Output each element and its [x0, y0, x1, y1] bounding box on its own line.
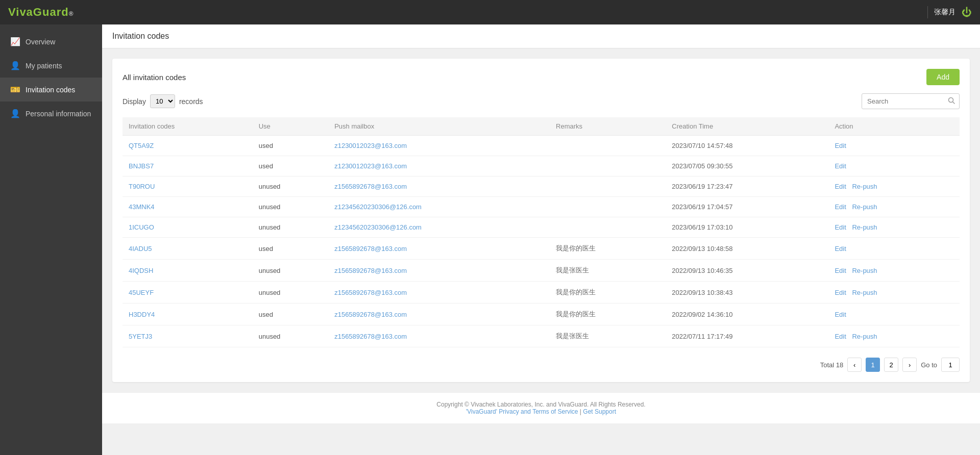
- next-page-button[interactable]: ›: [902, 358, 917, 372]
- sidebar-label-invitation-codes: Invitation codes: [26, 86, 75, 94]
- support-link[interactable]: Get Support: [583, 408, 616, 415]
- action-repush-link[interactable]: Re-push: [852, 203, 877, 211]
- cell-code: BNJBS7: [122, 156, 253, 176]
- action-edit-link[interactable]: Edit: [835, 333, 846, 340]
- content-area: Invitation codes All invitation codes Ad…: [102, 24, 980, 455]
- sidebar-label-personal-information: Personal information: [26, 110, 91, 118]
- cell-time: 2022/09/02 14:36:10: [666, 304, 828, 325]
- cell-action: Edit: [828, 238, 960, 260]
- card-title: All invitation codes: [122, 73, 186, 82]
- action-edit-link[interactable]: Edit: [835, 223, 846, 231]
- cell-code: 43MNK4: [122, 197, 253, 217]
- action-edit-link[interactable]: Edit: [835, 203, 846, 211]
- main-layout: 📈 Overview 👤 My patients 🎫 Invitation co…: [0, 24, 980, 455]
- cell-code: T90ROU: [122, 176, 253, 197]
- table-row: 4IQDSH unused z1565892678@163.com 我是张医生 …: [122, 260, 960, 282]
- prev-page-button[interactable]: ‹: [847, 358, 862, 372]
- cell-email: z1565892678@163.com: [328, 260, 550, 282]
- cell-remarks: 我是张医生: [550, 325, 666, 347]
- cell-email: z1230012023@163.com: [328, 156, 550, 176]
- action-edit-link[interactable]: Edit: [835, 162, 846, 170]
- sidebar-item-personal-information[interactable]: 👤 Personal information: [0, 102, 102, 125]
- topbar: VivaGuard® 张馨月 ⏻: [0, 0, 980, 24]
- action-repush-link[interactable]: Re-push: [852, 183, 877, 190]
- goto-input[interactable]: [941, 358, 960, 372]
- cell-remarks: [550, 136, 666, 156]
- cell-action: Edit: [828, 304, 960, 325]
- cell-use: unused: [253, 325, 328, 347]
- search-input[interactable]: [862, 94, 944, 108]
- add-button[interactable]: Add: [926, 69, 960, 85]
- page-header: Invitation codes: [102, 24, 980, 48]
- cell-use: used: [253, 238, 328, 260]
- cell-use: unused: [253, 217, 328, 238]
- search-box: [862, 93, 960, 109]
- cell-email: z1565892678@163.com: [328, 238, 550, 260]
- cell-remarks: [550, 156, 666, 176]
- cell-remarks: [550, 197, 666, 217]
- toolbar: Display 10 20 50 records: [122, 93, 960, 109]
- cell-use: unused: [253, 197, 328, 217]
- table-row: T90ROU unused z1565892678@163.com 2023/0…: [122, 176, 960, 197]
- cell-time: 2023/07/10 14:57:48: [666, 136, 828, 156]
- cell-code: 4IQDSH: [122, 260, 253, 282]
- table-row: 45UEYF unused z1565892678@163.com 我是你的医生…: [122, 282, 960, 304]
- table-row: QT5A9Z used z1230012023@163.com 2023/07/…: [122, 136, 960, 156]
- cell-time: 2022/09/13 10:48:58: [666, 238, 828, 260]
- sidebar-item-my-patients[interactable]: 👤 My patients: [0, 54, 102, 78]
- display-select[interactable]: 10 20 50: [150, 94, 175, 108]
- pagination: Total 18 ‹ 1 2 › Go to: [122, 358, 960, 372]
- cell-action: Edit Re-push: [828, 325, 960, 347]
- action-edit-link[interactable]: Edit: [835, 142, 846, 149]
- cell-use: used: [253, 136, 328, 156]
- action-repush-link[interactable]: Re-push: [852, 223, 877, 231]
- cell-use: used: [253, 304, 328, 325]
- page-2-button[interactable]: 2: [884, 358, 898, 372]
- cell-code: 4IADU5: [122, 238, 253, 260]
- cell-code: H3DDY4: [122, 304, 253, 325]
- username: 张馨月: [934, 8, 955, 17]
- col-use: Use: [253, 117, 328, 136]
- sidebar-label-my-patients: My patients: [26, 62, 62, 70]
- power-button[interactable]: ⏻: [962, 7, 972, 18]
- cell-action: Edit Re-push: [828, 176, 960, 197]
- action-repush-link[interactable]: Re-push: [852, 289, 877, 296]
- logo-mark: ®: [69, 10, 74, 17]
- cell-time: 2022/09/13 10:46:35: [666, 260, 828, 282]
- table-row: BNJBS7 used z1230012023@163.com 2023/07/…: [122, 156, 960, 176]
- action-edit-link[interactable]: Edit: [835, 289, 846, 296]
- search-button[interactable]: [944, 94, 959, 109]
- cell-remarks: 我是张医生: [550, 260, 666, 282]
- privacy-link[interactable]: 'VivaGuard' Privacy and Terms of Service: [466, 408, 578, 415]
- cell-action: Edit Re-push: [828, 197, 960, 217]
- cell-action: Edit Re-push: [828, 217, 960, 238]
- cell-email: z12345620230306@126.com: [328, 217, 550, 238]
- total-label: Total 18: [820, 361, 844, 369]
- display-label: Display: [122, 97, 146, 106]
- action-edit-link[interactable]: Edit: [835, 183, 846, 190]
- table-header: Invitation codes Use Push mailbox Remark…: [122, 117, 960, 136]
- search-icon: [948, 97, 955, 104]
- sidebar-item-invitation-codes[interactable]: 🎫 Invitation codes: [0, 78, 102, 102]
- patients-icon: 👤: [10, 61, 20, 70]
- invitation-codes-card: All invitation codes Add Display 10 20 5…: [112, 59, 970, 382]
- action-edit-link[interactable]: Edit: [835, 267, 846, 274]
- action-repush-link[interactable]: Re-push: [852, 267, 877, 274]
- cell-email: z1230012023@163.com: [328, 136, 550, 156]
- cell-use: unused: [253, 282, 328, 304]
- action-edit-link[interactable]: Edit: [835, 311, 846, 318]
- goto-label: Go to: [921, 361, 937, 369]
- sidebar-item-overview[interactable]: 📈 Overview: [0, 30, 102, 54]
- action-edit-link[interactable]: Edit: [835, 245, 846, 252]
- cell-email: z12345620230306@126.com: [328, 197, 550, 217]
- col-email: Push mailbox: [328, 117, 550, 136]
- topbar-right: 张馨月 ⏻: [927, 6, 972, 18]
- footer-links: 'VivaGuard' Privacy and Terms of Service…: [110, 408, 972, 415]
- page-1-button[interactable]: 1: [866, 358, 880, 372]
- table-row: 43MNK4 unused z12345620230306@126.com 20…: [122, 197, 960, 217]
- action-repush-link[interactable]: Re-push: [852, 333, 877, 340]
- display-controls: Display 10 20 50 records: [122, 94, 203, 108]
- table-body: QT5A9Z used z1230012023@163.com 2023/07/…: [122, 136, 960, 347]
- invitation-icon: 🎫: [10, 85, 20, 94]
- cell-email: z1565892678@163.com: [328, 325, 550, 347]
